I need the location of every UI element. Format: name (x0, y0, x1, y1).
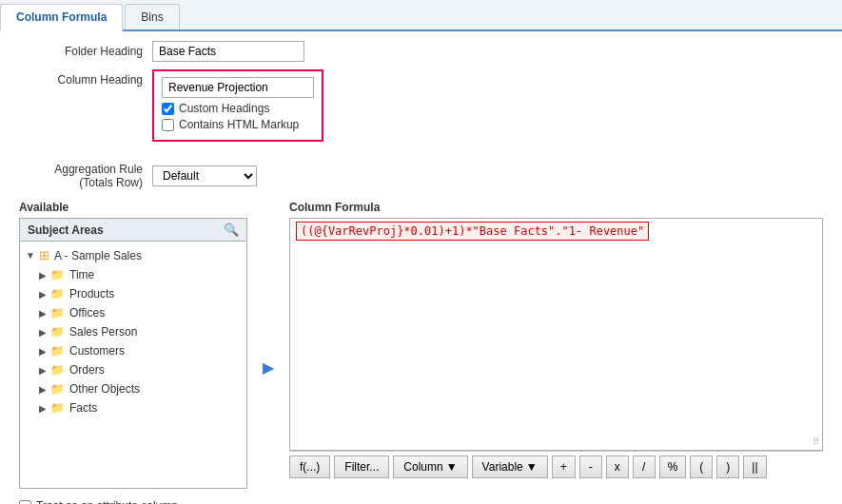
aggregation-label: Aggregation Rule (Totals Row) (19, 163, 152, 189)
op-minus-btn[interactable]: - (579, 456, 602, 478)
item-label: Time (69, 268, 94, 281)
right-panel: Column Formula ((@{VarRevProj}*0.01)+1)*… (289, 201, 823, 495)
folder-icon: 📁 (50, 325, 65, 339)
function-btn[interactable]: f(...) (289, 456, 330, 478)
formula-box[interactable]: ((@{VarRevProj}*0.01)+1)*"Base Facts"."1… (289, 218, 823, 451)
contains-html-row: Contains HTML Markup (162, 118, 314, 131)
expand-icon: ▶ (39, 289, 47, 300)
variable-dropdown-arrow-icon: ▼ (526, 460, 538, 474)
column-btn-label: Column (403, 460, 442, 474)
tree-root-item[interactable]: ▼ ⊞ A - Sample Sales (20, 245, 246, 265)
item-label: Customers (69, 344, 125, 358)
tab-bins[interactable]: Bins (125, 4, 179, 29)
folder-icon: 📁 (50, 344, 65, 358)
item-label: Other Objects (69, 382, 140, 396)
form-section: Folder Heading Column Heading Custom Hea… (0, 31, 842, 159)
search-button[interactable]: 🔍 (224, 223, 239, 237)
op-concat-btn[interactable]: || (743, 456, 766, 478)
folder-heading-input[interactable] (152, 41, 304, 62)
folder-icon: 📁 (50, 268, 65, 281)
tab-column-formula[interactable]: Column Formula (0, 4, 123, 31)
subject-areas-box: Subject Areas 🔍 ▼ ⊞ A - Sample Sales ▶ 📁… (19, 218, 247, 489)
folder-heading-row: Folder Heading (19, 41, 823, 62)
resize-handle-icon: ⠿ (813, 436, 819, 447)
aggregation-row: Aggregation Rule (Totals Row) Default Su… (0, 159, 842, 193)
contains-html-label: Contains HTML Markup (179, 118, 299, 131)
subject-areas-title: Subject Areas (28, 223, 104, 237)
item-label: Offices (69, 306, 105, 320)
variable-btn-label: Variable (482, 460, 523, 474)
op-divide-btn[interactable]: / (633, 456, 656, 478)
item-label: Orders (69, 363, 105, 377)
column-heading-label: Column Heading (19, 69, 152, 87)
expand-icon: ▶ (39, 384, 47, 395)
column-heading-input[interactable] (162, 77, 314, 98)
tree-area: ▼ ⊞ A - Sample Sales ▶ 📁 Time ▶ 📁 Produc… (20, 242, 246, 470)
folder-icon: 📁 (50, 363, 65, 377)
list-item[interactable]: ▶ 📁 Customers (20, 341, 246, 360)
contains-html-checkbox[interactable] (162, 119, 174, 131)
op-plus-btn[interactable]: + (552, 456, 576, 478)
list-item[interactable]: ▶ 📁 Products (20, 284, 246, 303)
add-to-formula-button[interactable]: ▶ (263, 359, 274, 377)
list-item[interactable]: ▶ 📁 Sales Person (20, 322, 246, 341)
column-dropdown-arrow-icon: ▼ (446, 460, 458, 474)
list-item[interactable]: ▶ 📁 Facts (20, 398, 246, 417)
folder-icon: 📁 (50, 306, 65, 320)
list-item[interactable]: ▶ 📁 Offices (20, 303, 246, 322)
treat-attribute-label: Treat as an attribute column (36, 499, 178, 504)
item-label: Sales Person (69, 325, 137, 339)
list-item[interactable]: ▶ 📁 Time (20, 265, 246, 284)
bottom-row: Treat as an attribute column (0, 495, 842, 504)
folder-heading-label: Folder Heading (19, 45, 152, 58)
expand-icon: ▶ (39, 308, 47, 319)
item-label: Products (69, 287, 114, 300)
list-item[interactable]: ▶ 📁 Other Objects (20, 379, 246, 398)
op-percent-btn[interactable]: % (659, 456, 687, 478)
filter-btn[interactable]: Filter... (334, 456, 389, 478)
expand-icon: ▶ (39, 327, 47, 338)
custom-headings-checkbox[interactable] (162, 103, 174, 115)
available-section: Available Subject Areas 🔍 ▼ ⊞ A - Sample… (0, 201, 842, 495)
expand-icon: ▶ (39, 270, 47, 281)
column-heading-box: Custom Headings Contains HTML Markup (152, 69, 323, 142)
folder-icon: 📁 (50, 401, 65, 415)
filter-btn-label: Filter... (344, 460, 379, 474)
center-arrow: ▶ (257, 201, 280, 495)
aggregation-select: Default Sum Average Max Min Count (152, 165, 257, 186)
subject-areas-header: Subject Areas 🔍 (20, 219, 246, 242)
root-icon: ⊞ (39, 248, 49, 262)
folder-icon: 📁 (50, 382, 65, 396)
op-multiply-btn[interactable]: x (606, 456, 629, 478)
aggregation-dropdown[interactable]: Default Sum Average Max Min Count (152, 165, 257, 186)
custom-headings-label: Custom Headings (179, 102, 269, 115)
column-formula-label: Column Formula (289, 201, 823, 214)
list-item[interactable]: ▶ 📁 Orders (20, 360, 246, 379)
formula-buttons-bar: f(...) Filter... Column ▼ Variable ▼ + -… (289, 451, 823, 482)
formula-text: ((@{VarRevProj}*0.01)+1)*"Base Facts"."1… (296, 222, 649, 241)
expand-icon: ▶ (39, 365, 47, 376)
op-close-paren-btn[interactable]: ) (716, 456, 739, 478)
available-label: Available (19, 201, 247, 214)
function-btn-label: f(...) (300, 460, 320, 474)
treat-attribute-row: Treat as an attribute column (19, 499, 178, 504)
custom-headings-row: Custom Headings (162, 102, 314, 115)
column-heading-row: Column Heading Custom Headings Contains … (19, 69, 823, 142)
expand-icon: ▶ (39, 403, 47, 414)
folder-icon: 📁 (50, 287, 65, 300)
variable-btn[interactable]: Variable ▼ (472, 456, 548, 478)
root-expand-icon: ▼ (26, 250, 35, 261)
tabs-bar: Column Formula Bins (0, 0, 842, 31)
treat-attribute-checkbox[interactable] (19, 500, 31, 505)
column-btn[interactable]: Column ▼ (393, 456, 467, 478)
left-panel: Available Subject Areas 🔍 ▼ ⊞ A - Sample… (19, 201, 247, 495)
root-label: A - Sample Sales (54, 249, 142, 262)
op-open-paren-btn[interactable]: ( (690, 456, 713, 478)
expand-icon: ▶ (39, 346, 47, 357)
item-label: Facts (69, 401, 97, 415)
